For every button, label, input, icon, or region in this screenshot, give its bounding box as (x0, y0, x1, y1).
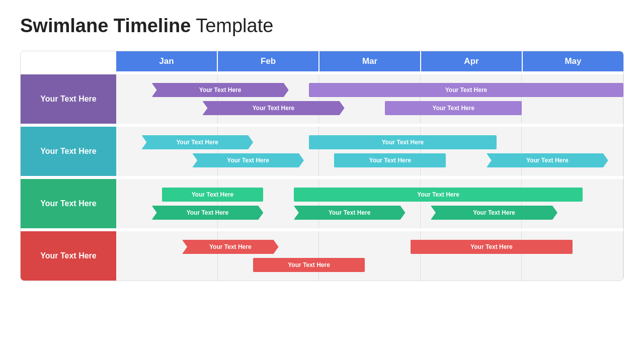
bar-2-0-0: Your Text Here (141, 135, 253, 149)
bar-3-0-0: Your Text Here (162, 188, 264, 202)
bar-2-1-1: Your Text Here (334, 153, 446, 167)
lane-content-3: Your Text Here Your Text Here Your Text … (116, 179, 623, 228)
bar-row-2-0: Your Text Here Your Text Here (116, 135, 623, 150)
bar-2-1-2: Your Text Here (487, 153, 608, 167)
lane-content-2: Your Text Here Your Text Here Your Text … (116, 127, 623, 176)
bar-1-1-1: Your Text Here (385, 101, 522, 115)
lane-label-3: Your Text Here (21, 179, 116, 228)
lane-label-2: Your Text Here (21, 127, 116, 176)
header-row: Jan Feb Mar Apr May (116, 51, 623, 71)
swimlane-1: Your Text Here Your Text Here Your Text … (21, 71, 623, 124)
page-title: Swimlane Timeline Template (20, 15, 624, 37)
bar-2-1-0: Your Text Here (192, 153, 304, 167)
bar-3-1-1: Your Text Here (294, 206, 406, 220)
lane-label-4: Your Text Here (21, 231, 116, 281)
header-mar: Mar (319, 51, 421, 71)
bar-row-3-0: Your Text Here Your Text Here (116, 187, 623, 202)
header-may: May (523, 51, 623, 71)
bar-row-1-0: Your Text Here Your Text Here (116, 82, 623, 98)
swimlane-2: Your Text Here Your Text Here Your Text … (21, 124, 623, 176)
bar-3-1-2: Your Text Here (431, 206, 557, 220)
bar-1-0-1: Your Text Here (309, 83, 623, 97)
bar-4-1-0: Your Text Here (253, 258, 365, 272)
header-feb: Feb (218, 51, 319, 71)
bar-row-3-1: Your Text Here Your Text Here Your Text … (116, 205, 623, 220)
bar-row-2-1: Your Text Here Your Text Here Your Text … (116, 153, 623, 168)
header-jan: Jan (116, 51, 218, 71)
bar-2-0-1: Your Text Here (309, 135, 497, 149)
lane-label-1: Your Text Here (21, 74, 116, 124)
bar-4-0-0: Your Text Here (182, 240, 279, 254)
timeline-container: Jan Feb Mar Apr May Your Text Here Your … (20, 51, 624, 281)
bar-1-0-0: Your Text Here (152, 83, 289, 97)
bar-row-4-1: Your Text Here (116, 257, 623, 273)
bar-3-0-1: Your Text Here (294, 188, 583, 202)
lane-content-4: Your Text Here Your Text Here Your Text … (116, 231, 623, 281)
bar-row-4-0: Your Text Here Your Text Here (116, 239, 623, 254)
swimlane-4: Your Text Here Your Text Here Your Text … (21, 228, 623, 281)
bar-4-0-1: Your Text Here (411, 240, 573, 254)
header-apr: Apr (421, 51, 523, 71)
bar-row-1-1: Your Text Here Your Text Here (116, 101, 623, 116)
bar-3-1-0: Your Text Here (152, 206, 264, 220)
bar-1-1-0: Your Text Here (202, 101, 344, 115)
swimlane-3: Your Text Here Your Text Here Your Text … (21, 176, 623, 228)
lane-content-1: Your Text Here Your Text Here Your Text … (116, 74, 623, 124)
